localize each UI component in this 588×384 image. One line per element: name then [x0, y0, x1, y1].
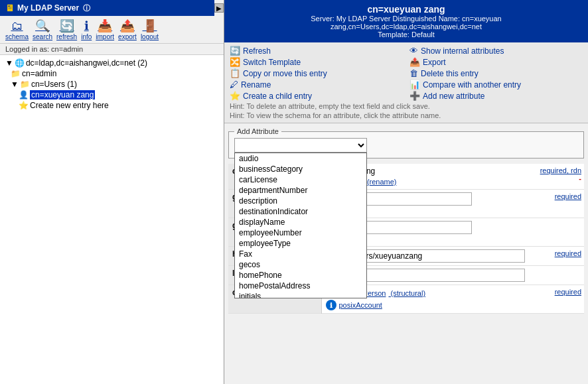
refresh-label: refresh	[56, 33, 77, 40]
create-child-icon: ⭐	[230, 91, 240, 101]
add-attribute-legend: Add Attribute	[234, 127, 281, 135]
refresh-button[interactable]: 🔄 refresh	[56, 19, 77, 40]
tree-label-root: dc=ldap,dc=aishangwei,dc=net (2)	[26, 58, 147, 68]
option-carLicense[interactable]: carLicense	[235, 174, 366, 185]
export-label: export	[118, 33, 137, 40]
import-icon: 📥	[98, 19, 112, 33]
schema-label: schema	[5, 33, 29, 40]
dropdown-wrapper: audio businessCategory carLicense depart…	[234, 138, 367, 153]
option-homePostalAddress[interactable]: homePostalAddress	[235, 281, 366, 291]
right-header: cn=xueyuan zang Server: My LDAP Server D…	[224, 0, 588, 42]
show-internal-icon: 👁	[409, 46, 418, 56]
folder-icon-admin: 📁	[11, 69, 21, 78]
entry-subtitle-2: zang,cn=Users,dc=ldap,dc=aishangwei,dc=n…	[228, 23, 584, 31]
show-internal-label: Show internal attributes	[421, 46, 504, 56]
compare-action[interactable]: 📊 Compare with another entry	[409, 79, 583, 90]
logout-button[interactable]: 🚪 logout	[141, 19, 159, 40]
posixaccount-label[interactable]: posixAccount	[339, 301, 382, 309]
option-description[interactable]: description	[235, 196, 366, 206]
option-audio[interactable]: audio	[235, 153, 366, 164]
option-fax[interactable]: Fax	[235, 249, 366, 259]
homedirectory-required-label: required	[555, 249, 581, 257]
delete-action[interactable]: 🗑 Delete this entry	[409, 68, 583, 79]
loginshell-required	[531, 266, 584, 285]
copy-move-action[interactable]: 📋 Copy or move this entry	[230, 68, 403, 79]
create-child-action[interactable]: ⭐ Create a child entry	[230, 90, 403, 101]
actions-grid: 🔄 Refresh 🔀 Switch Template 📋 Copy or mo…	[230, 45, 583, 101]
tree-toggle-root: ▼	[5, 58, 13, 68]
logout-icon: 🚪	[143, 19, 157, 33]
server-icon: 🖥	[5, 3, 15, 13]
tree-item-xueyuan[interactable]: 👤 cn=xueyuan zang	[19, 90, 221, 100]
schema-button[interactable]: 🗂 schema	[5, 19, 29, 40]
info-icon-posixaccount[interactable]: ℹ	[326, 300, 336, 310]
dropdown-list[interactable]: audio businessCategory carLicense depart…	[234, 153, 367, 298]
hint-1: Hint: To delete an attribute, empty the …	[230, 101, 583, 111]
export-button[interactable]: 📤 export	[118, 19, 137, 40]
person-icon: 👤	[19, 90, 29, 99]
expand-button[interactable]: ▶	[214, 3, 224, 13]
export-action-icon: 📤	[409, 57, 420, 67]
server-header: 🖥 My LDAP Server ⓘ	[0, 0, 214, 16]
structural-label: (structural)	[388, 289, 425, 297]
tree-area: ▼ 🌐 dc=ldap,dc=aishangwei,dc=net (2) 📁 c…	[0, 55, 224, 384]
logged-in-text: Logged in as: cn=admin	[0, 44, 224, 55]
objectclass-posixaccount: ℹ posixAccount	[326, 300, 528, 310]
add-attr-icon: ➕	[409, 91, 420, 101]
option-employeeType[interactable]: employeeType	[235, 238, 366, 249]
actions-area: 🔄 Refresh 🔀 Switch Template 📋 Copy or mo…	[224, 42, 588, 123]
objectclass-required-label: required	[555, 288, 581, 296]
compare-icon: 📊	[409, 80, 420, 90]
option-destinationIndicator[interactable]: destinationIndicator	[235, 206, 366, 217]
toolbar: 🗂 schema 🔍 search 🔄 refresh ℹ info 📥 imp…	[0, 16, 224, 44]
option-businessCategory[interactable]: businessCategory	[235, 164, 366, 174]
hint-2: Hint: To view the schema for an attribut…	[230, 111, 583, 120]
refresh-action-icon: 🔄	[230, 46, 240, 56]
tree-item-admin[interactable]: 📁 cn=admin	[11, 68, 221, 79]
cn-rename[interactable]: (rename)	[367, 178, 397, 186]
tree-item-root[interactable]: ▼ 🌐 dc=ldap,dc=aishangwei,dc=net (2)	[3, 58, 221, 68]
option-displayName[interactable]: displayName	[235, 217, 366, 227]
tree-toggle-users: ▼	[11, 80, 19, 89]
option-homePhone[interactable]: homePhone	[235, 270, 366, 281]
option-initials[interactable]: initials	[235, 291, 366, 298]
info-label: info	[81, 33, 92, 40]
left-panel: 🖥 My LDAP Server ⓘ ▶ 🗂 schema 🔍 search 🔄…	[0, 0, 224, 384]
cn-dash: -	[579, 174, 581, 182]
delete-icon: 🗑	[409, 68, 418, 78]
option-employeeNumber[interactable]: employeeNumber	[235, 227, 366, 238]
import-button[interactable]: 📥 import	[96, 19, 114, 40]
add-attribute-action[interactable]: ➕ Add new attribute	[409, 90, 583, 101]
option-gecos[interactable]: gecos	[235, 259, 366, 270]
info-button[interactable]: ℹ info	[81, 19, 92, 40]
add-attribute-section: Add Attribute audio businessCategory car…	[228, 127, 584, 159]
show-internal-action[interactable]: 👁 Show internal attributes	[409, 45, 583, 56]
copy-move-icon: 📋	[230, 68, 240, 78]
attribute-dropdown[interactable]	[234, 138, 367, 153]
search-label: search	[33, 33, 52, 40]
rename-label: Rename	[241, 80, 271, 90]
entry-subtitle-1: Server: My LDAP Server Distinguished Nam…	[228, 15, 584, 23]
search-button[interactable]: 🔍 search	[33, 19, 52, 40]
folder-icon-users: 📁	[20, 80, 30, 89]
homedirectory-required: required	[531, 247, 584, 266]
option-departmentNumber[interactable]: departmentNumber	[235, 185, 366, 196]
tree-item-create[interactable]: ⭐ Create new entry here	[19, 100, 221, 111]
server-title: My LDAP Server	[17, 3, 79, 13]
rename-action[interactable]: 🖊 Rename	[230, 79, 403, 90]
tree-item-users[interactable]: ▼ 📁 cn=Users (1)	[11, 79, 221, 90]
export-action-label: Export	[423, 58, 446, 67]
gidnumber-required: required	[531, 190, 584, 218]
switch-template-action[interactable]: 🔀 Switch Template	[230, 56, 403, 68]
delete-label: Delete this entry	[421, 69, 478, 78]
info-icon[interactable]: ⓘ	[83, 3, 90, 13]
gidnumber-required-label: required	[555, 192, 581, 200]
export-action[interactable]: 📤 Export	[409, 56, 583, 68]
compare-label: Compare with another entry	[423, 80, 521, 90]
star-icon: ⭐	[19, 101, 29, 110]
switch-template-label: Switch Template	[243, 58, 301, 67]
main-content: Add Attribute audio businessCategory car…	[224, 123, 588, 384]
add-attribute-label: Add new attribute	[423, 92, 484, 101]
refresh-action[interactable]: 🔄 Refresh	[230, 45, 403, 56]
cn-required: required, rdn -	[531, 164, 584, 190]
